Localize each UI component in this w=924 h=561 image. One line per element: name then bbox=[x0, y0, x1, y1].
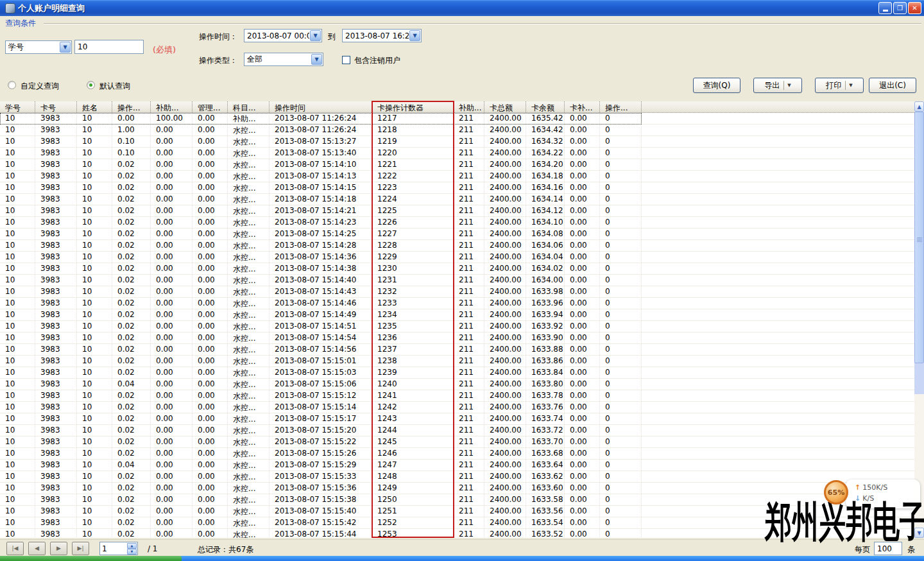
column-header[interactable]: 卡补... bbox=[565, 101, 600, 112]
column-header[interactable]: 卡号 bbox=[35, 101, 77, 112]
chevron-down-icon[interactable]: ▼ bbox=[310, 30, 321, 41]
column-header[interactable]: 卡操作计数器 bbox=[372, 101, 454, 112]
table-cell: 0 bbox=[600, 252, 642, 263]
spinner-arrows[interactable]: ▲▼ bbox=[127, 543, 137, 554]
table-cell: 10 bbox=[77, 136, 112, 147]
table-row[interactable]: 103983100.020.000.00水控...2013-08-07 15:1… bbox=[0, 390, 914, 402]
table-row[interactable]: 103983100.00100.000.00补助...2013-08-07 11… bbox=[0, 113, 914, 125]
table-cell: 1250 bbox=[372, 494, 454, 505]
time-to-picker[interactable]: 2013-08-07 16:21 ▼ bbox=[342, 29, 422, 42]
table-cell: 100.00 bbox=[151, 113, 193, 124]
table-row[interactable]: 103983100.020.000.00水控...2013-08-07 15:1… bbox=[0, 321, 914, 332]
chevron-down-icon[interactable]: ▼ bbox=[60, 42, 71, 53]
table-row[interactable]: 103983100.020.000.00水控...2013-08-07 15:1… bbox=[0, 425, 914, 436]
field-selector-combobox[interactable]: 学号 ▼ bbox=[5, 40, 72, 54]
column-header[interactable]: 管理... bbox=[193, 101, 228, 112]
table-cell: 0.00 bbox=[565, 275, 600, 286]
table-row[interactable]: 103983100.020.000.00水控...2013-08-07 15:1… bbox=[0, 275, 914, 286]
progress-badge[interactable]: 65% bbox=[824, 480, 848, 505]
custom-query-radio[interactable] bbox=[8, 81, 16, 89]
page-number-stepper[interactable]: ▲▼ bbox=[99, 542, 138, 555]
table-cell: 0.00 bbox=[151, 517, 193, 528]
time-from-picker[interactable]: 2013-08-07 00:00 ▼ bbox=[244, 29, 322, 42]
column-header[interactable]: 姓名 bbox=[77, 101, 112, 112]
table-cell: 1634.42 bbox=[526, 125, 565, 135]
table-row[interactable]: 103983100.040.000.00水控...2013-08-07 15:1… bbox=[0, 460, 914, 471]
prev-page-button[interactable]: ◀ bbox=[28, 542, 46, 555]
table-row[interactable]: 103983100.040.000.00水控...2013-08-07 15:1… bbox=[0, 379, 914, 390]
table-cell: 2400.00 bbox=[484, 205, 526, 216]
table-row[interactable]: 103983100.020.000.00水控...2013-08-07 15:1… bbox=[0, 240, 914, 252]
table-row[interactable]: 103983100.020.000.00水控...2013-08-07 15:1… bbox=[0, 448, 914, 460]
first-page-button[interactable]: |◀ bbox=[6, 542, 24, 555]
minimize-button[interactable] bbox=[878, 2, 892, 14]
table-row[interactable]: 103983100.020.000.00水控...2013-08-07 15:1… bbox=[0, 229, 914, 240]
column-header[interactable]: 卡余额 bbox=[526, 101, 565, 112]
table-cell: 2013-08-07 15:14:46 bbox=[270, 298, 372, 309]
table-cell: 2013-08-07 15:14:38 bbox=[270, 263, 372, 274]
column-header[interactable]: 补助... bbox=[151, 101, 193, 112]
column-header[interactable]: 操作... bbox=[600, 101, 642, 112]
table-cell: 1244 bbox=[372, 425, 454, 436]
table-row[interactable]: 103983100.020.000.00水控...2013-08-07 15:1… bbox=[0, 402, 914, 413]
table-cell: 0.00 bbox=[151, 194, 193, 205]
chevron-down-icon[interactable]: ▼ bbox=[311, 54, 322, 65]
column-header[interactable]: 卡总额 bbox=[484, 101, 526, 112]
table-row[interactable]: 103983100.020.000.00水控...2013-08-07 15:1… bbox=[0, 217, 914, 229]
table-row[interactable]: 103983100.020.000.00水控...2013-08-07 15:1… bbox=[0, 436, 914, 448]
column-header[interactable]: 操作时间 bbox=[270, 101, 372, 112]
chevron-down-icon[interactable]: ▼ bbox=[845, 81, 852, 90]
table-cell: 2400.00 bbox=[484, 367, 526, 378]
table-row[interactable]: 103983100.020.000.00水控...2013-08-07 15:1… bbox=[0, 309, 914, 321]
table-cell: 0 bbox=[600, 448, 642, 459]
table-cell: 211 bbox=[454, 148, 484, 159]
table-cell: 0 bbox=[600, 379, 642, 390]
table-row[interactable]: 103983100.020.000.00水控...2013-08-07 15:1… bbox=[0, 344, 914, 356]
table-row[interactable]: 103983101.000.000.00水控...2013-08-07 11:2… bbox=[0, 125, 914, 136]
vertical-scrollbar[interactable]: ▲ ▼ bbox=[914, 101, 924, 538]
table-cell: 2013-08-07 15:15:01 bbox=[270, 356, 372, 367]
table-row[interactable]: 103983100.020.000.00水控...2013-08-07 15:1… bbox=[0, 286, 914, 298]
table-row[interactable]: 103983100.020.000.00水控...2013-08-07 15:1… bbox=[0, 263, 914, 275]
table-row[interactable]: 103983100.020.000.00水控...2013-08-07 15:1… bbox=[0, 332, 914, 344]
table-row[interactable]: 103983100.020.000.00水控...2013-08-07 15:1… bbox=[0, 171, 914, 182]
table-cell: 1633.52 bbox=[526, 529, 565, 538]
table-row[interactable]: 103983100.020.000.00水控...2013-08-07 15:1… bbox=[0, 413, 914, 425]
chevron-down-icon[interactable]: ▼ bbox=[409, 30, 420, 41]
last-page-button[interactable]: ▶| bbox=[72, 542, 89, 555]
table-row[interactable]: 103983100.020.000.00水控...2013-08-07 15:1… bbox=[0, 471, 914, 483]
table-row[interactable]: 103983100.020.000.00水控...2013-08-07 15:1… bbox=[0, 298, 914, 309]
column-header[interactable]: 操作... bbox=[112, 101, 151, 112]
export-button[interactable]: 导出▼ bbox=[753, 78, 802, 93]
table-row[interactable]: 103983100.100.000.00水控...2013-08-07 15:1… bbox=[0, 136, 914, 148]
type-combobox[interactable]: 全部 ▼ bbox=[244, 53, 323, 66]
table-row[interactable]: 103983100.020.000.00水控...2013-08-07 15:1… bbox=[0, 205, 914, 217]
exit-button[interactable]: 退出(C) bbox=[869, 78, 916, 93]
table-row[interactable]: 103983100.020.000.00水控...2013-08-07 15:1… bbox=[0, 159, 914, 171]
table-row[interactable]: 103983100.020.000.00水控...2013-08-07 15:1… bbox=[0, 194, 914, 205]
table-row[interactable]: 103983100.100.000.00水控...2013-08-07 15:1… bbox=[0, 148, 914, 159]
table-header-row: 学号卡号姓名操作...补助...管理...科目...操作时间卡操作计数器补助..… bbox=[0, 101, 914, 113]
table-row[interactable]: 103983100.020.000.00水控...2013-08-07 15:1… bbox=[0, 367, 914, 379]
field-value-input[interactable] bbox=[74, 40, 144, 54]
close-button[interactable]: ✕ bbox=[908, 2, 921, 14]
column-header[interactable]: 学号 bbox=[0, 101, 35, 112]
restore-button[interactable]: ❐ bbox=[893, 2, 907, 14]
scroll-up-icon[interactable]: ▲ bbox=[914, 101, 924, 112]
query-button[interactable]: 查询(Q) bbox=[693, 78, 740, 93]
scrollbar-thumb[interactable] bbox=[914, 112, 924, 363]
table-cell: 1633.88 bbox=[526, 344, 565, 355]
default-query-radio[interactable] bbox=[87, 81, 95, 89]
table-row[interactable]: 103983100.020.000.00水控...2013-08-07 15:1… bbox=[0, 252, 914, 263]
column-header[interactable]: 科目... bbox=[228, 101, 270, 112]
include-cancelled-checkbox[interactable] bbox=[342, 56, 350, 64]
page-number-input[interactable] bbox=[100, 542, 127, 555]
chevron-down-icon[interactable]: ▼ bbox=[783, 81, 791, 90]
next-page-button[interactable]: ▶ bbox=[50, 542, 67, 555]
table-row[interactable]: 103983100.020.000.00水控...2013-08-07 15:1… bbox=[0, 356, 914, 367]
column-header[interactable]: 补助... bbox=[454, 101, 484, 112]
table-row[interactable]: 103983100.020.000.00水控...2013-08-07 15:1… bbox=[0, 182, 914, 194]
table-cell: 0.00 bbox=[151, 367, 193, 378]
print-button[interactable]: 打印▼ bbox=[815, 78, 864, 93]
table-row[interactable]: 103983100.020.000.00水控...2013-08-07 15:1… bbox=[0, 483, 914, 494]
